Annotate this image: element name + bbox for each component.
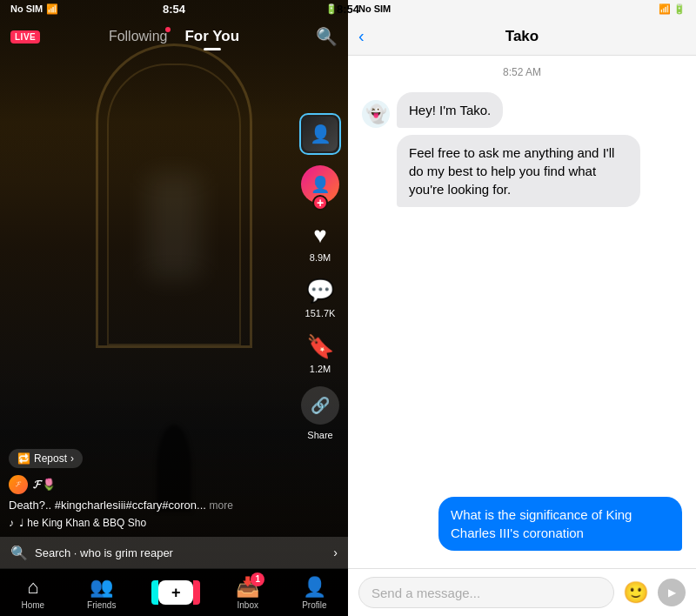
- inbox-badge: 1: [251, 572, 264, 586]
- bot-message-1-text: Hey! I'm Tako.: [409, 103, 491, 117]
- battery-info: 🔋: [325, 3, 338, 15]
- chat-spacer: [362, 224, 682, 497]
- search-bar-text: Search · who is grim reaper: [35, 546, 173, 559]
- nav-friends-label: Friends: [87, 600, 116, 610]
- send-button[interactable]: ▶: [658, 579, 686, 606]
- carrier-info: No SIM 📶: [10, 3, 58, 15]
- creator-avatar-small: 𝓕: [9, 475, 28, 494]
- nav-profile[interactable]: 👤 Profile: [302, 576, 326, 610]
- home-icon: ⌂: [27, 576, 38, 599]
- nav-profile-label: Profile: [302, 600, 326, 610]
- search-bar-icon: 🔍: [10, 545, 28, 561]
- nav-home[interactable]: ⌂ Home: [21, 576, 44, 610]
- user-message-text: What is the significance of King Charles…: [451, 507, 632, 540]
- search-suggestion-bar[interactable]: 🔍 Search · who is grim reaper ›: [0, 537, 348, 568]
- message-input[interactable]: Send a message...: [358, 577, 614, 608]
- creator-avatar-highlighted[interactable]: 👤: [299, 113, 341, 155]
- bookmark-button[interactable]: 🔖 1.2M: [304, 331, 336, 374]
- music-label: ♩ he King Khan & BBQ Sho: [19, 517, 146, 529]
- user-message-row: What is the significance of King Charles…: [362, 497, 682, 558]
- nav-home-label: Home: [21, 600, 44, 610]
- bot-message-row-1: 👻 Hey! I'm Tako.: [362, 92, 682, 128]
- bot-message-row-2: 👻 Feel free to ask me anything and I'll …: [362, 135, 682, 207]
- message-timestamp: 8:52 AM: [362, 66, 682, 78]
- battery-right-icon: 🔋: [673, 3, 686, 15]
- status-bar-left: No SIM 📶 8:54 🔋: [0, 0, 348, 17]
- more-link[interactable]: more: [210, 499, 233, 512]
- right-battery-area: 📶 🔋: [659, 3, 686, 15]
- video-caption: Death?.. #kingcharlesiii#ccfary#coron...…: [9, 498, 296, 513]
- message-placeholder: Send a message...: [371, 586, 480, 600]
- carrier-text: No SIM: [10, 3, 43, 14]
- chat-title: Tako: [505, 28, 539, 45]
- follow-plus-button[interactable]: +: [312, 195, 328, 211]
- follow-avatar[interactable]: 👤 +: [301, 165, 339, 204]
- comment-icon: 💬: [304, 275, 336, 306]
- profile-icon: 👤: [303, 576, 326, 599]
- tako-avatar: 👻: [362, 100, 390, 128]
- video-caption-area: 🔁 Repost › 𝓕 𝓕🌷 Death?.. #kingcharlesiii…: [9, 449, 296, 529]
- nav-create[interactable]: +: [158, 580, 193, 605]
- repost-icon: 🔁: [17, 452, 30, 465]
- live-button[interactable]: LIVE: [10, 30, 40, 44]
- music-info: ♪ ♩ he King Khan & BBQ Sho: [9, 517, 296, 529]
- like-button[interactable]: ♥ 8.9M: [304, 219, 336, 263]
- comment-button[interactable]: 💬 151.7K: [304, 275, 336, 318]
- time-display: 8:54: [163, 3, 185, 16]
- wifi-right-icon: 📶: [659, 3, 671, 15]
- following-tab[interactable]: Following: [109, 29, 168, 44]
- repost-chevron: ›: [70, 452, 74, 465]
- nav-inbox[interactable]: 📥 1 Inbox: [236, 576, 259, 610]
- bot-bubble-1: Hey! I'm Tako.: [397, 92, 503, 128]
- foryou-tab[interactable]: For You: [184, 28, 239, 45]
- create-button[interactable]: +: [158, 580, 193, 605]
- friends-icon: 👥: [90, 576, 113, 599]
- search-button[interactable]: 🔍: [316, 26, 338, 47]
- emoji-button[interactable]: 🙂: [623, 580, 649, 605]
- like-count: 8.9M: [310, 252, 331, 263]
- repost-label: Repost: [34, 452, 67, 465]
- bot-message-2-text: Feel free to ask me anything and I'll do…: [409, 145, 614, 197]
- nav-inbox-label: Inbox: [237, 600, 258, 610]
- user-bubble: What is the significance of King Charles…: [438, 497, 682, 551]
- repost-button[interactable]: 🔁 Repost ›: [9, 449, 83, 468]
- share-button[interactable]: 🔗 Share: [301, 386, 339, 440]
- send-icon: ▶: [668, 586, 676, 599]
- creator-info: 𝓕 𝓕🌷: [9, 475, 296, 494]
- left-panel: No SIM 📶 8:54 🔋 LIVE Following For You 🔍…: [0, 0, 348, 616]
- nav-friends[interactable]: 👥 Friends: [87, 576, 116, 610]
- status-bar-right: No SIM 8:54 📶 🔋: [348, 0, 696, 17]
- search-chevron-icon: ›: [333, 546, 338, 559]
- top-navigation: LIVE Following For You 🔍: [0, 17, 348, 56]
- right-action-bar: 👤 👤 + ♥ 8.9M 💬 151.7K 🔖 1.2M �: [299, 113, 341, 452]
- right-time: 8:54: [337, 3, 359, 16]
- bottom-navigation: ⌂ Home 👥 Friends + 📥 1 Inbox 👤 Profile: [0, 568, 348, 616]
- bot-message-group: 👻 Hey! I'm Tako. 👻 Feel free to ask me a…: [362, 92, 682, 207]
- back-button[interactable]: ‹: [358, 26, 365, 46]
- share-icon: 🔗: [301, 386, 339, 425]
- bot-bubble-2: Feel free to ask me anything and I'll do…: [397, 135, 640, 207]
- right-panel: No SIM 8:54 📶 🔋 ‹ Tako 8:52 AM 👻 Hey! I'…: [348, 0, 696, 616]
- bookmark-icon: 🔖: [304, 331, 336, 362]
- music-note-icon: ♪: [9, 517, 14, 529]
- share-label: Share: [307, 430, 332, 440]
- chat-header: ‹ Tako: [348, 17, 696, 56]
- creator-username[interactable]: 𝓕🌷: [33, 478, 56, 492]
- bookmark-count: 1.2M: [310, 364, 331, 374]
- wifi-icon: 📶: [46, 3, 58, 15]
- battery-icon: 🔋: [325, 3, 338, 15]
- chat-body: 8:52 AM 👻 Hey! I'm Tako. 👻 Feel free to …: [348, 56, 696, 568]
- arch-glow: [148, 174, 200, 278]
- heart-icon: ♥: [304, 219, 336, 251]
- right-carrier: No SIM: [358, 3, 391, 14]
- chat-input-bar: Send a message... 🙂 ▶: [348, 568, 696, 616]
- comment-count: 151.7K: [305, 308, 336, 318]
